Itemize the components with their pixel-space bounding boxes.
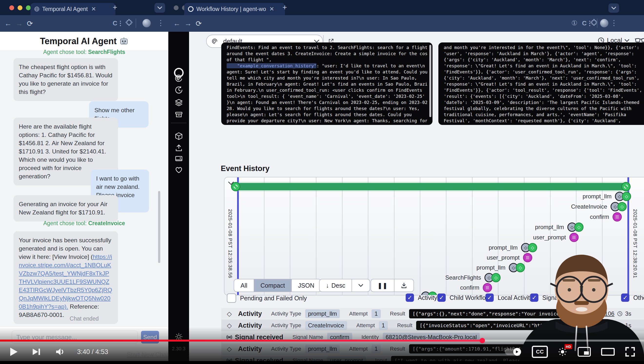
panel-scrollbar[interactable] — [429, 45, 431, 117]
toolbar-divider — [597, 18, 598, 28]
package-icon[interactable] — [174, 132, 183, 140]
maximize-window-button[interactable] — [26, 5, 31, 10]
feedback-monitor-icon[interactable] — [174, 155, 183, 164]
toolbar-divider — [136, 18, 136, 28]
download-button[interactable] — [394, 279, 414, 292]
extensions-puzzle-icon[interactable] — [590, 19, 598, 26]
close-window-button[interactable] — [9, 5, 14, 10]
code-line: 'user', 'response': 'Auckland in March'}… — [444, 50, 644, 56]
new-tab-button[interactable]: + — [113, 3, 117, 12]
chat-scrollbar[interactable] — [158, 191, 160, 263]
filter-child-workflow[interactable]: ✓ Child Workflow — [438, 294, 490, 302]
view-all-button[interactable]: All — [234, 279, 254, 292]
back-icon[interactable]: ← — [4, 19, 12, 28]
view-compact-button[interactable]: Compact — [254, 279, 291, 292]
timeline-row[interactable]: prompt_llm ◇◇ — [582, 192, 631, 201]
miniplayer-button[interactable] — [578, 347, 591, 357]
workflow-input-code-panel[interactable]: FindEvents: Find an event to travel to 2… — [221, 42, 432, 125]
profile-avatar[interactable] — [142, 19, 151, 27]
sort-control[interactable]: ↓Desc — [319, 279, 370, 292]
sort-chevron-button[interactable] — [352, 279, 370, 292]
checkbox-unchecked[interactable] — [227, 294, 236, 303]
close-window-button[interactable] — [174, 5, 178, 10]
checkbox-checked[interactable]: ✓ — [486, 294, 494, 302]
chat-app: Temporal AI Agent Agent chose tool: Sear… — [0, 32, 168, 361]
upload-icon[interactable] — [174, 144, 183, 152]
timeline-row[interactable]: confirm — [460, 283, 492, 292]
timeline-start-line — [237, 177, 239, 295]
code-line: 'response': \"Great! Let's find an event… — [444, 63, 644, 69]
settings-gear-button[interactable]: HD — [558, 347, 568, 357]
next-button[interactable] — [32, 348, 40, 356]
layers-icon[interactable] — [174, 98, 184, 107]
playback-control-group[interactable]: ❚❚ — [370, 279, 414, 292]
workflows-icon[interactable] — [174, 74, 183, 82]
pause-button[interactable]: ❚❚ — [371, 279, 394, 292]
forward-icon[interactable]: → — [16, 19, 23, 28]
workflow-start-marker[interactable] — [231, 182, 240, 191]
volume-icon[interactable] — [56, 348, 66, 356]
fullscreen-button[interactable] — [625, 347, 635, 357]
filter-activity[interactable]: ✓ Activity — [406, 294, 437, 302]
code-line: agent: Sure! Let's start by finding an e… — [226, 69, 427, 75]
forward-icon[interactable]: → — [184, 19, 192, 28]
hd-badge: HD — [564, 344, 572, 349]
namespace-icon — [210, 37, 219, 46]
code-line: provide your departure city?\n user: New… — [226, 118, 427, 124]
profile-avatar[interactable] — [600, 19, 608, 27]
left-tabstrip: Temporal AI Agent ✕ + — [0, 0, 168, 15]
onepassword-icon[interactable]: ① — [571, 19, 578, 27]
minimize-window-button[interactable] — [18, 5, 22, 10]
extension-c-icon[interactable]: C⋮ — [113, 20, 124, 27]
new-tab-button[interactable]: + — [282, 3, 287, 12]
captions-button[interactable]: CC — [532, 346, 548, 358]
progress-played — [0, 340, 482, 342]
timeline-row[interactable]: user_prompt — [533, 232, 578, 242]
code-line: tell me which city and month you're inte… — [226, 75, 427, 81]
theater-mode-button[interactable] — [601, 348, 615, 356]
tab-search-button[interactable] — [154, 3, 165, 13]
invoice-link[interactable]: https://invoice.stripe.com/i/acct_1NBOLu… — [19, 254, 112, 310]
activity-marker-pair: ◇◇ — [568, 222, 584, 232]
view-toggle-group[interactable]: All Compact JSON — [234, 279, 321, 292]
window-controls[interactable] — [9, 5, 31, 10]
code-line: 'FindEvents'}}, {'actor': 'tool_result',… — [444, 87, 644, 93]
extensions-puzzle-icon[interactable] — [126, 19, 133, 26]
reload-icon[interactable]: ⟳ — [196, 19, 202, 28]
timeline-row[interactable]: prompt_llm ◇◇ — [535, 222, 584, 232]
timeline-row[interactable]: confirm — [590, 212, 622, 222]
checkbox-checked[interactable]: ✓ — [406, 294, 414, 302]
close-tab-icon[interactable]: ✕ — [90, 6, 97, 12]
chat-header: Temporal AI Agent — [0, 32, 168, 51]
checkbox-checked[interactable]: ✓ — [438, 294, 446, 302]
reload-icon[interactable]: ⟳ — [27, 19, 33, 28]
archival-icon[interactable] — [174, 110, 183, 119]
tab-workflow-history[interactable]: Workflow History | agent-wor ✕ — [184, 3, 285, 15]
back-icon[interactable]: ← — [173, 19, 180, 28]
favorites-heart-icon[interactable] — [174, 166, 183, 174]
code-line: }\n agent: Found an event! There's Carni… — [226, 99, 427, 106]
pending-failed-filter[interactable]: Pending and Failed Only — [227, 294, 307, 303]
autoplay-toggle[interactable] — [505, 349, 521, 355]
timeline-row[interactable]: CreateInvoice ◇◇ — [571, 202, 627, 212]
workflow-result-code-panel[interactable]: and month you're interested in for the e… — [438, 42, 644, 125]
code-line: festival globally, celebrating the diver… — [444, 106, 644, 112]
schedules-icon[interactable] — [174, 86, 183, 94]
close-tab-icon[interactable]: ✕ — [268, 6, 275, 12]
code-line: 'response': \"Great! Let's find an event… — [444, 81, 644, 87]
play-button[interactable] — [10, 347, 18, 356]
tool-banner: Agent chose tool: CreateInvoice — [0, 220, 168, 227]
workflow-execution-bar[interactable] — [238, 183, 629, 190]
timeline-row[interactable]: prompt_llm ◇◇ — [476, 263, 525, 272]
activity-marker-pair: ◇◇ — [484, 273, 500, 282]
sort-desc-button[interactable]: ↓Desc — [320, 279, 352, 292]
view-json-button[interactable]: JSON — [291, 279, 321, 292]
menu-dots-icon[interactable]: ⋮ — [157, 18, 164, 27]
video-progress-bar[interactable] — [0, 340, 644, 342]
menu-dots-icon[interactable]: ⋮ — [610, 18, 618, 27]
timeline-row[interactable]: SearchFlights ◇◇ — [445, 273, 500, 282]
workflow-end-marker[interactable] — [621, 182, 630, 191]
code-line: in February.\n user_confirmed_tool_run: … — [226, 87, 427, 93]
tab-search-button[interactable] — [608, 4, 619, 13]
tab-temporal-ai-agent[interactable]: Temporal AI Agent ✕ — [30, 3, 116, 15]
